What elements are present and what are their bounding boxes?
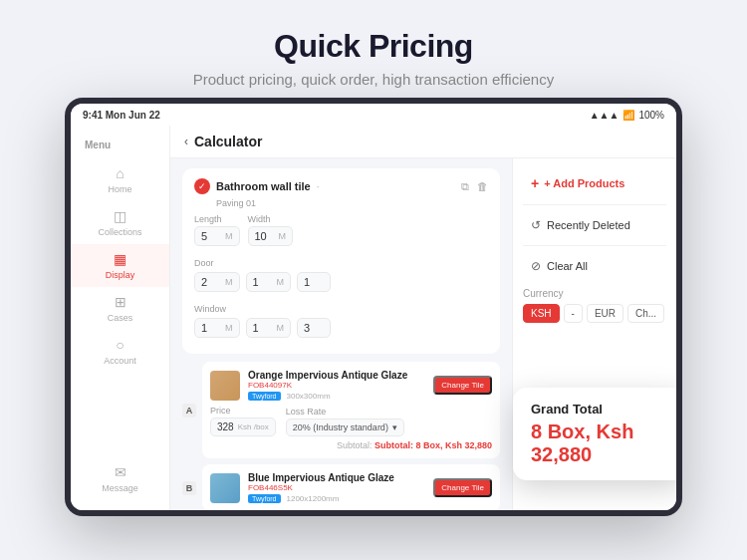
page-header: Quick Pricing Product pricing, quick ord… — [193, 0, 554, 98]
paving-label: Paving 01 — [216, 198, 488, 208]
sidebar-label-collections: Collections — [98, 227, 141, 237]
history-icon: ↺ — [531, 218, 541, 232]
collections-icon: ◫ — [114, 208, 126, 224]
door-label: Door — [194, 258, 214, 268]
content-area: ✓ Bathroom wall tile · ⧉ 🗑 Paving 01 — [170, 158, 676, 510]
clear-all-button[interactable]: ⊘ Clear All — [523, 252, 666, 280]
length-group: Length 5 M — [194, 214, 240, 246]
loss-value: 20% (Industry standard) — [293, 422, 388, 432]
clear-icon: ⊘ — [531, 259, 541, 273]
product-header: ✓ Bathroom wall tile · ⧉ 🗑 — [194, 178, 488, 194]
display-icon: ▦ — [114, 251, 126, 267]
width-label: Width — [248, 214, 294, 224]
window-row: Window 1 M 1 M — [194, 298, 488, 338]
tile-a-thumb — [210, 371, 240, 401]
product-actions: ⧉ 🗑 — [461, 180, 488, 193]
sidebar-menu-label: Menu — [71, 136, 169, 158]
loss-select[interactable]: 20% (Industry standard) ▾ — [286, 419, 404, 436]
window-input-2[interactable]: 1 M — [246, 318, 292, 338]
divider-1 — [523, 204, 666, 205]
door-row: Door 2 M 1 M — [194, 252, 488, 292]
tile-b-brand-row: Twyford 1200x1200mm — [248, 494, 425, 503]
window-input-3[interactable]: 3 — [297, 318, 331, 338]
loss-chevron: ▾ — [392, 422, 397, 432]
add-products-label: + Add Products — [544, 177, 624, 189]
subtotal-row: Subtotal: Subtotal: 8 Box, Ksh 32,880 — [210, 440, 492, 450]
currency-other[interactable]: Ch... — [627, 304, 664, 323]
tile-b-info: Blue Impervious Antique Glaze FOB446S5K … — [248, 472, 425, 503]
currency-separator: - — [564, 304, 583, 323]
sidebar-item-display[interactable]: ▦ Display — [71, 244, 169, 287]
tile-b-brand: Twyford — [248, 494, 281, 503]
width-input[interactable]: 10 M — [248, 226, 294, 246]
tile-a-row: A Orange Impervious Antique Glaze FOB440… — [182, 362, 500, 458]
change-tile-b-button[interactable]: Change Tile — [433, 478, 492, 497]
tile-b-label: B — [182, 481, 196, 495]
tile-a-brand: Twyford — [248, 392, 281, 401]
page-subtitle: Product pricing, quick order, high trans… — [193, 71, 554, 88]
door-input-1[interactable]: 2 M — [194, 272, 240, 292]
product-dot: · — [317, 181, 320, 192]
home-icon: ⌂ — [116, 165, 124, 181]
device-frame: 9:41 Mon Jun 22 ▲▲▲ 📶 100% Menu ⌂ Home ◫… — [65, 98, 682, 516]
sidebar-item-account[interactable]: ○ Account — [71, 330, 169, 373]
tile-b-name: Blue Impervious Antique Glaze — [248, 472, 425, 483]
status-time: 9:41 Mon Jun 22 — [83, 110, 160, 121]
add-products-button[interactable]: + + Add Products — [523, 168, 666, 198]
grand-total-popup: Grand Total 8 Box, Ksh 32,880 — [513, 388, 676, 480]
price-group: Price 328 Ksh /box — [210, 406, 276, 436]
account-icon: ○ — [116, 337, 124, 353]
window-input-1[interactable]: 1 M — [194, 318, 240, 338]
sidebar-label-account: Account — [104, 356, 136, 366]
window-label: Window — [194, 304, 226, 314]
page-title: Quick Pricing — [193, 28, 554, 65]
sidebar-label-message: Message — [102, 483, 138, 493]
grand-total-value: 8 Box, Ksh 32,880 — [531, 420, 668, 466]
change-tile-a-button[interactable]: Change Tile — [433, 376, 492, 395]
door-input-2[interactable]: 1 M — [246, 272, 292, 292]
plus-icon: + — [531, 175, 539, 191]
app-layout: Menu ⌂ Home ◫ Collections ▦ Display ⊞ Ca… — [71, 126, 676, 510]
tile-a-size: 300x300mm — [287, 392, 331, 401]
calculator-panel: ✓ Bathroom wall tile · ⧉ 🗑 Paving 01 — [170, 158, 512, 510]
copy-icon[interactable]: ⧉ — [461, 180, 469, 193]
loss-group: Loss Rate 20% (Industry standard) ▾ — [286, 407, 404, 436]
width-unit: M — [279, 231, 287, 241]
tile-a-code: FOB44097K — [248, 381, 425, 390]
back-button[interactable]: ‹ — [184, 135, 188, 148]
tile-a-brand-row: Twyford 300x300mm — [248, 392, 425, 401]
top-bar: ‹ Calculator — [170, 126, 676, 158]
currency-eur[interactable]: EUR — [587, 304, 623, 323]
recently-deleted-label: Recently Deleted — [547, 219, 630, 231]
sidebar-label-cases: Cases — [108, 313, 133, 323]
currency-section: Currency KSH - EUR Ch... — [523, 288, 666, 323]
length-width-row: Length 5 M Width 10 — [194, 214, 488, 246]
price-value: 328 — [217, 421, 234, 432]
sidebar-item-cases[interactable]: ⊞ Cases — [71, 287, 169, 330]
price-unit: Ksh /box — [238, 422, 269, 431]
sidebar-label-home: Home — [108, 184, 131, 194]
status-bar: 9:41 Mon Jun 22 ▲▲▲ 📶 100% — [71, 104, 676, 126]
door-val-1: 2 — [201, 276, 221, 288]
wifi-icon: 📶 — [622, 110, 634, 121]
sidebar-item-collections[interactable]: ◫ Collections — [71, 201, 169, 244]
length-input[interactable]: 5 M — [194, 226, 240, 246]
currency-ksh[interactable]: KSH — [523, 304, 560, 323]
price-row: Price 328 Ksh /box Loss Rate — [210, 406, 492, 436]
tile-a-info: Orange Impervious Antique Glaze FOB44097… — [248, 370, 425, 401]
clear-all-label: Clear All — [547, 260, 588, 272]
tile-a-name: Orange Impervious Antique Glaze — [248, 370, 425, 381]
grand-total-label: Grand Total — [531, 402, 668, 417]
price-input[interactable]: 328 Ksh /box — [210, 418, 276, 436]
check-icon: ✓ — [194, 178, 210, 194]
divider-2 — [523, 245, 666, 246]
delete-icon[interactable]: 🗑 — [477, 180, 488, 193]
sidebar-item-home[interactable]: ⌂ Home — [71, 158, 169, 201]
top-bar-title: Calculator — [194, 134, 262, 149]
sidebar-item-message[interactable]: ✉ Message — [71, 457, 169, 500]
width-value: 10 — [255, 230, 275, 242]
subtotal-value: Subtotal: 8 Box, Ksh 32,880 — [374, 440, 492, 450]
recently-deleted-button[interactable]: ↺ Recently Deleted — [523, 211, 666, 239]
door-input-3[interactable]: 1 — [297, 272, 331, 292]
length-unit: M — [225, 231, 233, 241]
